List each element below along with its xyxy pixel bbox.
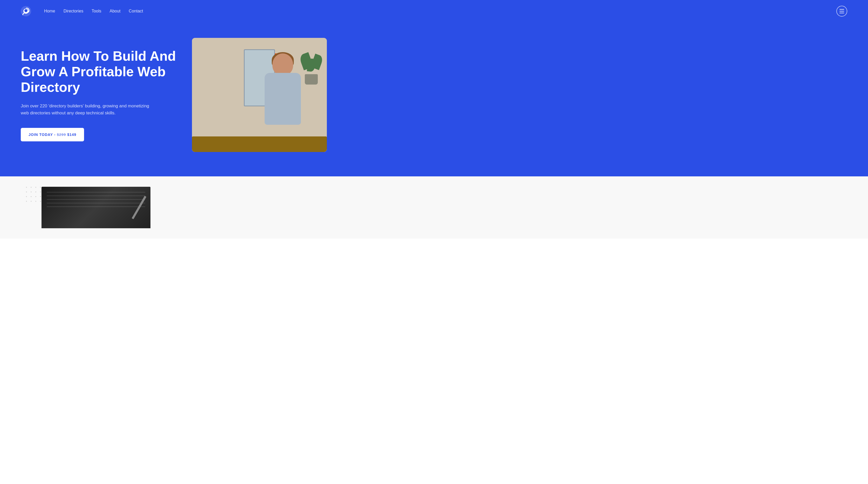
hero-section: Home Directories Tools About Contact Lea…	[0, 0, 868, 176]
plant-pot	[305, 74, 318, 85]
hamburger-line-1	[839, 9, 844, 9]
dot-12	[35, 191, 36, 192]
below-fold-image-inner	[41, 187, 151, 228]
hamburger-line-3	[839, 13, 844, 13]
below-fold-section: // Will be rendered by inline script bel…	[0, 176, 868, 238]
nav-tools[interactable]: Tools	[92, 9, 101, 13]
logo[interactable]	[21, 6, 31, 17]
dot-21	[31, 196, 32, 197]
cta-join-button[interactable]: JOIN TODAY - $299 $149	[21, 128, 84, 141]
hero-image: EXIT	[192, 38, 327, 152]
dot-20	[26, 196, 27, 197]
hero-image-wrapper: EXIT	[192, 38, 327, 152]
hero-content: Learn How To Build And Grow A Profitable…	[21, 22, 847, 173]
dot-22	[35, 196, 36, 197]
dot-31	[31, 201, 32, 202]
nav-directories[interactable]: Directories	[64, 9, 83, 13]
nav-links: Home Directories Tools About Contact	[44, 9, 826, 13]
dot-2	[35, 187, 36, 188]
dot-30	[26, 201, 27, 202]
nav-home[interactable]: Home	[44, 9, 55, 13]
person-head	[272, 54, 293, 75]
cta-original-price: $299	[57, 133, 66, 137]
notepad-line-3	[47, 199, 145, 200]
hamburger-menu-button[interactable]	[836, 6, 847, 17]
logo-icon	[21, 6, 31, 17]
notepad-line-1	[47, 192, 145, 192]
dot-32	[35, 201, 36, 202]
notepad-lines	[47, 192, 145, 210]
dot-0	[26, 187, 27, 188]
hero-subtitle: Join over 220 'directory builders' build…	[21, 102, 156, 117]
person-body	[265, 73, 301, 125]
photo-table	[192, 136, 327, 152]
hamburger-line-2	[839, 11, 844, 11]
cta-new-price: $149	[67, 133, 76, 137]
nav-about[interactable]: About	[110, 9, 121, 13]
dot-1	[31, 187, 32, 188]
dot-11	[31, 191, 32, 192]
hero-title: Learn How To Build And Grow A Profitable…	[21, 49, 177, 95]
notepad-line-2	[47, 196, 145, 196]
dot-33	[40, 201, 41, 202]
dot-3	[40, 187, 41, 188]
notepad-line-5	[47, 206, 145, 207]
dot-13	[40, 191, 41, 192]
below-fold-image	[41, 187, 151, 228]
dot-10	[26, 191, 27, 192]
navbar: Home Directories Tools About Contact	[21, 0, 847, 22]
hamburger-icon	[839, 9, 844, 13]
hero-text-block: Learn How To Build And Grow A Profitable…	[21, 49, 177, 141]
cta-prefix: JOIN TODAY -	[29, 133, 57, 137]
dot-23	[40, 196, 41, 197]
notepad-line-4	[47, 203, 145, 203]
nav-contact[interactable]: Contact	[129, 9, 143, 13]
